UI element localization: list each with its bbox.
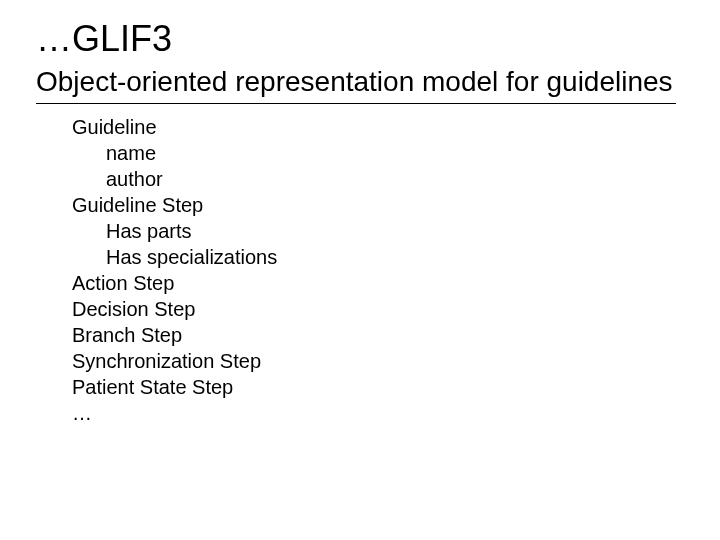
outline-item: Decision Step [72, 296, 684, 322]
slide-subtitle: Object-oriented representation model for… [36, 64, 676, 104]
outline-block: Guideline name author Guideline Step Has… [72, 114, 684, 426]
outline-subitem: name [106, 140, 684, 166]
outline-item: Guideline [72, 114, 684, 140]
slide-title: …GLIF3 [36, 18, 684, 60]
outline-subitem: author [106, 166, 684, 192]
slide: …GLIF3 Object-oriented representation mo… [0, 0, 720, 540]
outline-subitem: Has parts [106, 218, 684, 244]
outline-item: Synchronization Step [72, 348, 684, 374]
outline-item: Action Step [72, 270, 684, 296]
outline-subitem: Has specializations [106, 244, 684, 270]
outline-item: Guideline Step [72, 192, 684, 218]
outline-item: … [72, 400, 684, 426]
outline-item: Patient State Step [72, 374, 684, 400]
outline-item: Branch Step [72, 322, 684, 348]
